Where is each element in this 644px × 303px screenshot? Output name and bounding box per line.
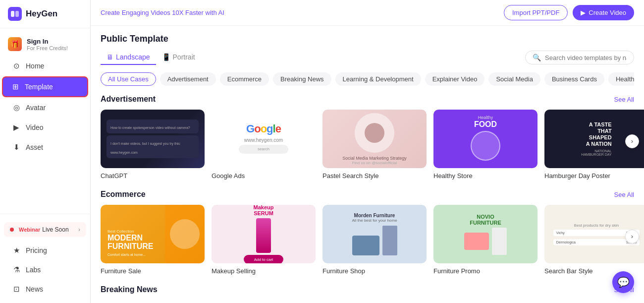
card-pastel-search[interactable]: Social Media Marketing Strategy Find us … [322, 110, 427, 180]
section-breaking-news-title: Breaking News [101, 285, 158, 294]
sidebar-item-template-label: Template [25, 83, 53, 91]
create-video-icon: ▶ [581, 9, 586, 16]
webinar-live-dot [10, 228, 14, 232]
card-search-bar-label: Search Bar Style [544, 267, 593, 275]
tab-portrait[interactable]: 📱 Portrait [156, 50, 201, 65]
card-furniture-sale[interactable]: Best Collection MODERNFURNITURE Comfort … [101, 205, 205, 275]
filter-explainer[interactable]: Explainer Video [425, 72, 485, 86]
sidebar-item-template[interactable]: ⊞ Template [2, 76, 88, 97]
ecommerce-next-arrow[interactable]: › [625, 230, 639, 243]
card-furniture-promo-label: Furniture Promo [433, 267, 480, 275]
sign-in-icon: 🎁 [8, 37, 22, 51]
create-video-button[interactable]: ▶ Create Video [573, 5, 634, 20]
logo-area: HeyGen [0, 0, 90, 28]
labs-icon: ⚗ [12, 265, 21, 274]
sidebar-item-avatar-label: Avatar [26, 104, 46, 112]
card-hamburger-label: Hamburger Day Poster [544, 172, 610, 180]
webinar-banner[interactable]: Webinar Live Soon › [4, 222, 86, 237]
card-healthy-store[interactable]: Healthy FOOD Healthy Store [433, 110, 537, 180]
sidebar-item-labs[interactable]: ⚗ Labs [4, 260, 86, 279]
card-furniture-shop[interactable]: Morden Furniture All the best for your h… [322, 205, 427, 275]
heygen-logo-icon [8, 7, 22, 21]
sidebar-item-asset[interactable]: ⬇ Asset [4, 138, 86, 157]
sidebar-item-labs-label: Labs [26, 266, 41, 274]
main-content: Create Engaging Videos 10X Faster with A… [91, 0, 644, 303]
card-makeup-selling[interactable]: MakeupSERUM Add to cart Makeup Selling [212, 205, 316, 275]
svg-rect-1 [11, 11, 14, 17]
section-advertisement: Advertisement See All How to create spok… [101, 95, 634, 180]
create-video-label: Create Video [589, 9, 626, 16]
chat-float-button[interactable]: 💬 [612, 271, 634, 293]
card-furniture-promo[interactable]: NOVIOFURNITURE Furniture Promo [433, 205, 537, 275]
sidebar-item-news-label: News [26, 285, 43, 293]
card-furniture-shop-label: Furniture Shop [322, 267, 365, 275]
page-title: Public Template [101, 34, 634, 44]
sidebar-item-news[interactable]: ⊡ News [4, 280, 86, 299]
card-healthy-label: Healthy Store [433, 172, 473, 180]
sidebar-nav: 🎁 Sign In For Free Credits! ⊙ Home ⊞ Tem… [0, 28, 90, 214]
card-furniturepromo-thumb: NOVIOFURNITURE [433, 205, 537, 263]
webinar-badge-text: Live Soon [42, 226, 68, 233]
filter-advertisement[interactable]: Advertisement [160, 72, 216, 86]
card-furniture-sale-label: Furniture Sale [101, 267, 141, 275]
advertisement-cards-row: How to create spokesperson video without… [101, 110, 634, 180]
section-advertisement-see-all[interactable]: See All [614, 96, 634, 103]
webinar-label: Webinar [19, 227, 40, 233]
video-icon: ▶ [12, 123, 21, 132]
portrait-label: Portrait [173, 53, 195, 61]
sign-in-name[interactable]: Sign In [27, 38, 68, 45]
section-ecommerce-see-all[interactable]: See All [614, 191, 634, 198]
section-ecommerce: Ecommerce See All Best Collection MODERN… [101, 190, 634, 275]
pricing-icon: ★ [12, 246, 21, 255]
sidebar-item-video-label: Video [26, 123, 44, 131]
sidebar-item-pricing[interactable]: ★ Pricing [4, 241, 86, 260]
svg-rect-0 [8, 7, 22, 21]
sidebar-item-pricing-label: Pricing [26, 246, 47, 254]
card-makeup-label: Makeup Selling [212, 267, 256, 275]
card-google-ads-thumb: Google www.heygen.com search [212, 110, 316, 168]
sidebar-bottom: Webinar Live Soon › ★ Pricing ⚗ Labs ⊡ N… [0, 214, 90, 303]
logo-text: HeyGen [26, 9, 57, 19]
sidebar-item-home-label: Home [26, 62, 44, 70]
search-icon: 🔍 [533, 54, 541, 61]
import-button[interactable]: Import PPT/PDF [504, 5, 568, 20]
search-input[interactable] [545, 54, 627, 61]
topbar: Create Engaging Videos 10X Faster with A… [91, 0, 644, 26]
section-breaking-news-header: Breaking News See All [101, 285, 634, 294]
filter-all[interactable]: All Use Cases [101, 72, 156, 86]
card-furnitureship-thumb: Morden Furniture All the best for your h… [322, 205, 427, 263]
search-box[interactable]: 🔍 [525, 51, 634, 64]
sidebar-item-video[interactable]: ▶ Video [4, 118, 86, 137]
topbar-actions: Import PPT/PDF ▶ Create Video [504, 5, 634, 20]
section-advertisement-title: Advertisement [101, 95, 156, 104]
svg-rect-2 [15, 11, 19, 17]
sign-in-sub: For Free Credits! [27, 45, 68, 51]
portrait-icon: 📱 [162, 53, 170, 61]
template-icon: ⊞ [11, 82, 20, 91]
home-icon: ⊙ [12, 61, 21, 70]
landscape-label: Landscape [116, 53, 150, 61]
filter-ecommerce[interactable]: Ecommerce [220, 72, 269, 86]
card-chatgpt[interactable]: How to create spokesperson video without… [101, 110, 205, 180]
filter-chips: All Use Cases Advertisement Ecommerce Br… [101, 72, 634, 86]
card-google-ads[interactable]: Google www.heygen.com search Google Ads [212, 110, 316, 180]
filter-social[interactable]: Social Media [488, 72, 540, 86]
section-ecommerce-title: Ecommerce [101, 190, 146, 199]
sidebar-item-avatar[interactable]: ◎ Avatar [4, 98, 86, 117]
sidebar-item-home[interactable]: ⊙ Home [4, 57, 86, 75]
sidebar-item-asset-label: Asset [26, 143, 43, 151]
advertisement-next-arrow[interactable]: › [625, 134, 639, 148]
sign-in-text: Sign In For Free Credits! [27, 38, 68, 51]
landscape-icon: 🖥 [107, 53, 113, 61]
webinar-arrow-icon: › [78, 226, 80, 233]
ecommerce-cards-row: Best Collection MODERNFURNITURE Comfort … [101, 205, 634, 275]
page-inner: Public Template 🖥 Landscape 📱 Portrait 🔍… [91, 26, 644, 303]
filter-breaking-news[interactable]: Breaking News [273, 72, 331, 86]
card-makeup-thumb: MakeupSERUM Add to cart [212, 205, 316, 263]
tab-landscape[interactable]: 🖥 Landscape [101, 50, 156, 65]
card-google-ads-label: Google Ads [212, 172, 245, 180]
section-advertisement-header: Advertisement See All [101, 95, 634, 104]
filter-health[interactable]: Health & M [608, 72, 634, 86]
filter-business-cards[interactable]: Business Cards [544, 72, 604, 86]
filter-learning[interactable]: Learning & Development [335, 72, 421, 86]
